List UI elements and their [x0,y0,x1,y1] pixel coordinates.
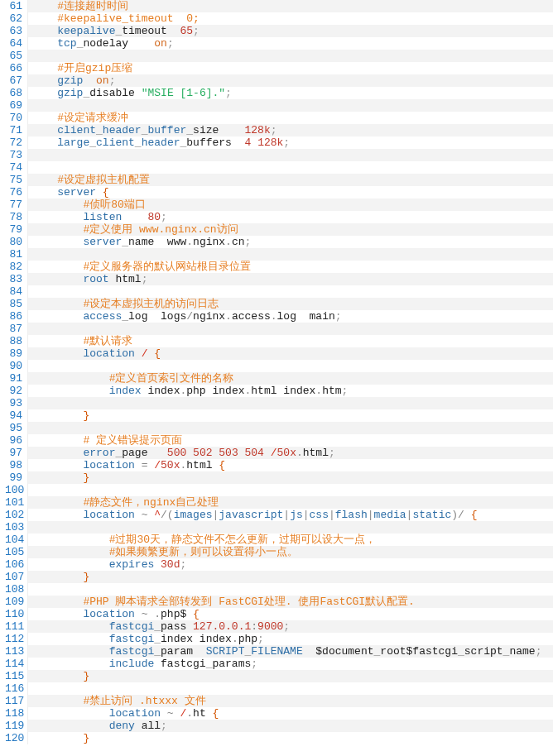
code-line: listen 80; [28,211,553,223]
line-number: 93 [0,397,27,409]
line-number: 107 [0,571,27,583]
line-number: 98 [0,459,27,471]
code-line: # 定义错误提示页面 [28,434,553,447]
line-number: 70 [0,112,27,124]
code-line: } [28,670,553,682]
line-number: 82 [0,261,27,273]
code-line: #PHP 脚本请求全部转发到 FastCGI处理. 使用FastCGI默认配置. [28,596,553,608]
code-line [28,285,553,298]
line-number: 99 [0,471,27,484]
code-line: #静态文件，nginx自己处理 [28,496,553,509]
line-number: 76 [0,186,27,199]
line-number: 80 [0,236,27,248]
code-line: #定义服务器的默认网站根目录位置 [28,261,553,273]
line-number: 71 [0,124,27,136]
line-number: 89 [0,347,27,360]
code-line: #定义首页索引文件的名称 [28,372,553,385]
code-line [28,360,553,372]
line-number: 97 [0,447,27,459]
line-number: 81 [0,248,27,261]
line-number: 68 [0,87,27,99]
line-number: 79 [0,223,27,236]
line-number: 88 [0,335,27,347]
code-line: location / { [28,347,553,360]
code-line: #设定本虚拟主机的访问日志 [28,298,553,310]
code-line: #侦听80端口 [28,199,553,211]
code-line: #默认请求 [28,335,553,347]
code-line [28,422,553,434]
code-line: fastcgi_param SCRIPT_FILENAME $document_… [28,645,553,658]
line-number: 106 [0,558,27,571]
code-editor: 6162636465666768697071727374757677787980… [0,0,553,744]
line-number: 109 [0,596,27,608]
code-line: fastcgi_pass 127.0.0.1:9000; [28,620,553,633]
line-number: 69 [0,99,27,112]
code-line: } [28,471,553,484]
line-number: 94 [0,409,27,422]
line-number: 63 [0,25,27,37]
code-line [28,397,553,409]
code-line: #禁止访问 .htxxx 文件 [28,695,553,707]
line-number: 104 [0,534,27,546]
code-content: #连接超时时间 #keepalive_timeout 0; keepalive_… [28,0,553,744]
code-line [28,161,553,174]
line-number: 74 [0,161,27,174]
code-line: expires 30d; [28,558,553,571]
line-number: 73 [0,149,27,161]
line-number: 83 [0,273,27,285]
code-line [28,521,553,534]
line-number: 113 [0,645,27,658]
code-line: } [28,409,553,422]
code-line: keepalive_timeout 65; [28,25,553,37]
code-line: index index.php index.html index.htm; [28,385,553,397]
line-number: 118 [0,707,27,720]
code-line: #定义使用 www.nginx.cn访问 [28,223,553,236]
line-number: 119 [0,720,27,732]
code-line: } [28,571,553,583]
code-line: #连接超时时间 [28,0,553,12]
code-line: server_name www.nginx.cn; [28,236,553,248]
line-number: 116 [0,682,27,695]
code-line: #设定请求缓冲 [28,112,553,124]
line-number: 96 [0,434,27,447]
line-number: 65 [0,50,27,62]
line-number: 77 [0,199,27,211]
line-number: 120 [0,732,27,744]
code-line: large_client_header_buffers 4 128k; [28,136,553,149]
code-line: tcp_nodelay on; [28,37,553,50]
line-number: 91 [0,372,27,385]
code-line: #过期30天，静态文件不怎么更新，过期可以设大一点， [28,534,553,546]
line-number: 100 [0,484,27,496]
code-line: gzip on; [28,74,553,87]
code-line: location ~ /.ht { [28,707,553,720]
code-line: location ~ .php$ { [28,608,553,620]
code-line: include fastcgi_params; [28,658,553,670]
code-line: gzip_disable "MSIE [1-6]."; [28,87,553,99]
code-line: access_log logs/nginx.access.log main; [28,310,553,323]
line-number: 105 [0,546,27,558]
line-number: 62 [0,12,27,25]
line-number: 61 [0,0,27,12]
code-line: deny all; [28,720,553,732]
line-number: 108 [0,583,27,596]
line-number: 85 [0,298,27,310]
code-line [28,323,553,335]
line-number: 92 [0,385,27,397]
line-number-gutter: 6162636465666768697071727374757677787980… [0,0,28,744]
code-line [28,149,553,161]
code-line [28,50,553,62]
line-number: 67 [0,74,27,87]
line-number: 95 [0,422,27,434]
line-number: 64 [0,37,27,50]
line-number: 86 [0,310,27,323]
code-line: } [28,732,553,744]
code-line: #keepalive_timeout 0; [28,12,553,25]
line-number: 110 [0,608,27,620]
code-line [28,248,553,261]
code-line: #开启gzip压缩 [28,62,553,74]
line-number: 78 [0,211,27,223]
line-number: 87 [0,323,27,335]
code-line: #如果频繁更新，则可以设置得小一点。 [28,546,553,558]
line-number: 114 [0,658,27,670]
code-line: error_page 500 502 503 504 /50x.html; [28,447,553,459]
